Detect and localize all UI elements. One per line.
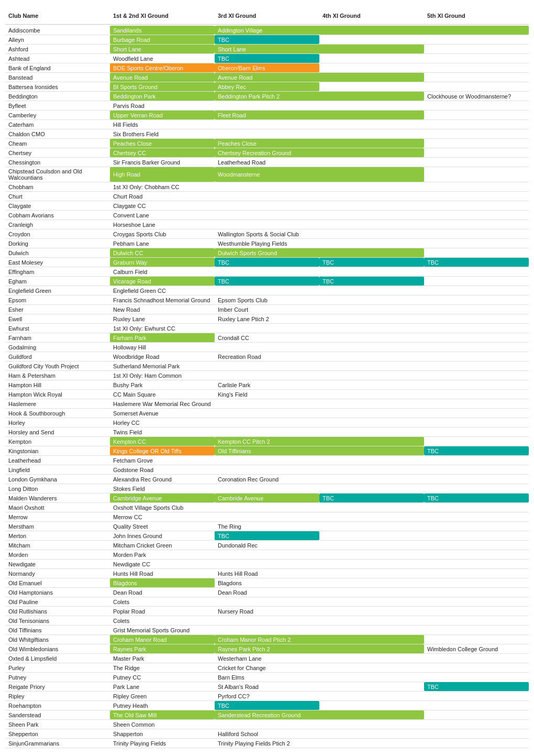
ground-1-cell: Croham Manor Road bbox=[110, 635, 215, 644]
ground-2-cell: TBC bbox=[215, 54, 319, 63]
club-name-cell: Horley bbox=[5, 418, 110, 427]
table-row: Guildford City Youth ProjectSutherland M… bbox=[5, 361, 529, 371]
ground-1-cell: CC Main Square bbox=[110, 390, 215, 399]
ground-1-cell: Newdigate CC bbox=[110, 560, 215, 568]
table-row: BeddingtonBeddington ParkBeddington Park… bbox=[5, 92, 529, 101]
table-row: HorleyHorley CC bbox=[5, 418, 529, 428]
table-row: HaslemereHaslemere War Memorial Rec Grou… bbox=[5, 399, 529, 409]
club-name-cell: Leatherhead bbox=[5, 456, 110, 465]
club-name-cell: London Gymkhana bbox=[5, 475, 110, 484]
ground-1-cell: Burbage Road bbox=[110, 35, 215, 44]
table-row: Hampton Wick RoyalCC Main SquareKing's F… bbox=[5, 390, 529, 399]
club-name-cell: Esher bbox=[5, 305, 110, 314]
table-row: CaterhamHill Fields bbox=[5, 120, 529, 129]
table-row: Chipstead Coulsdon and Old WalcountiansH… bbox=[5, 167, 529, 182]
table-row: AshfordShort LaneShort Lane bbox=[5, 45, 529, 54]
table-row: CranleighHorseshoe Lane bbox=[5, 220, 529, 229]
ground-1-cell: Master Park bbox=[110, 654, 215, 663]
ground-2-cell: Epsom Sports Club bbox=[215, 295, 319, 304]
ground-1-cell: Twins Field bbox=[110, 428, 215, 436]
ground-2-cell: Trinity Playing Fields Ptich 2 bbox=[215, 739, 424, 748]
ground-1-cell: Godstone Road bbox=[110, 465, 215, 474]
ground-1-cell: Englefield Green CC bbox=[110, 286, 215, 295]
table-row: Old PaulineColets bbox=[5, 597, 529, 607]
club-name-cell: Cheam bbox=[5, 139, 110, 148]
club-name-cell: Old Wimbledonians bbox=[5, 644, 110, 653]
ground-1-cell: Churt Road bbox=[110, 192, 215, 201]
club-name-cell: Guildford City Youth Project bbox=[5, 361, 110, 370]
club-name-cell: Old Hamptonians bbox=[5, 588, 110, 597]
table-row: Sheen ParkSheen Common bbox=[5, 720, 529, 729]
ground-1-cell: Sandilands bbox=[110, 26, 215, 35]
club-name-cell: Haslemere bbox=[5, 399, 110, 408]
table-row: Old RutlishiansPoplar RoadNursery Road bbox=[5, 607, 529, 616]
club-name-cell: Lingfield bbox=[5, 465, 110, 474]
ground-2-cell: Raynes Park Pitch 2 bbox=[215, 644, 424, 653]
club-name-cell: Farnham bbox=[5, 333, 110, 342]
club-name-cell: Banstead bbox=[5, 73, 110, 82]
ground-2-cell: Carlisle Park bbox=[215, 380, 424, 389]
ground-1-cell: Colets bbox=[110, 616, 215, 625]
ground-2-cell: Dundonald Rec bbox=[215, 541, 319, 550]
club-name-cell: Old Rutlishians bbox=[5, 607, 110, 616]
ground-1-cell: Putney Heath bbox=[110, 701, 215, 710]
ground-1-cell: Cambridge Avenue bbox=[110, 494, 215, 502]
ground-1-cell: Grist Memorial Sports Ground bbox=[110, 626, 215, 634]
table-row: SandersteadThe Old Saw MillSanderstead R… bbox=[5, 710, 529, 720]
ground-1-cell: Poplar Road bbox=[110, 607, 215, 616]
table-body: AddiscombeSandilandsAddington VillageAll… bbox=[5, 26, 529, 748]
table-row: KingstonianKings College OR Old TiffsOld… bbox=[5, 446, 529, 456]
club-name-cell: Old Emanuel bbox=[5, 578, 110, 587]
club-name-cell: Hook & Southborough bbox=[5, 409, 110, 418]
ground-5-cell: Clockhouse or Woodmansterne? bbox=[424, 92, 529, 101]
table-row: MertonJohn Innes GroundTBC bbox=[5, 531, 529, 541]
club-name-cell: Guildford bbox=[5, 352, 110, 361]
ground-2-cell: Abbey Rec bbox=[215, 82, 319, 91]
col-head-g4: 5th XI Ground bbox=[424, 10, 529, 21]
club-name-cell: Chertsey bbox=[5, 148, 110, 157]
ground-1-cell: Park Lane bbox=[110, 682, 215, 691]
ground-1-cell: Woodbridge Road bbox=[110, 352, 215, 361]
ground-1-cell: Croygas Sports Club bbox=[110, 229, 215, 238]
ground-2-cell: TBC bbox=[215, 258, 319, 267]
club-name-cell: Sheen Park bbox=[5, 720, 110, 729]
club-name-cell: Chipstead Coulsdon and Old Walcountians bbox=[5, 167, 110, 182]
club-name-cell: Godalming bbox=[5, 343, 110, 352]
table-row: Battersea IronsidesBI Sports GroundAbbey… bbox=[5, 82, 529, 92]
ground-2-cell: Cambride Avenue bbox=[215, 494, 319, 502]
table-row: MordenMorden Park bbox=[5, 550, 529, 560]
table-row: EffinghamCalburn Field bbox=[5, 267, 529, 277]
ground-1-cell: Raynes Park bbox=[110, 644, 215, 653]
ground-2-cell: Nursery Road bbox=[215, 607, 424, 616]
club-name-cell: Purley bbox=[5, 663, 110, 672]
ground-2-cell: Halliford School bbox=[215, 729, 319, 738]
club-name-cell: Oxted & Limpsfield bbox=[5, 654, 110, 663]
ground-1-cell: Holloway Hill bbox=[110, 343, 215, 352]
table-row: DulwichDulwich CCDulwich Sports Ground bbox=[5, 248, 529, 258]
table-row: EsherNew RoadImber Court bbox=[5, 305, 529, 314]
table-row: Chaldon CMOSix Brothers Field bbox=[5, 129, 529, 139]
ground-1-cell: Horseshoe Lane bbox=[110, 220, 215, 229]
ground-2-cell: TBC bbox=[215, 277, 319, 286]
col-head-club: Club Name bbox=[5, 10, 110, 21]
ground-2-cell: Oberon/Barn Elms bbox=[215, 63, 319, 72]
table-row: ClaygateClaygate CC bbox=[5, 201, 529, 211]
ground-1-cell: 1st XI Only: Ewhurst CC bbox=[110, 324, 215, 333]
table-row: EpsomFrancis Schnadhost Memorial GroundE… bbox=[5, 295, 529, 305]
ground-1-cell: Kempton CC bbox=[110, 437, 215, 446]
ground-2-cell: Kempton CC Pitch 2 bbox=[215, 437, 424, 446]
ground-2-cell: Pyrford CC? bbox=[215, 692, 319, 700]
club-name-cell: Ashford bbox=[5, 45, 110, 53]
club-name-cell: Battersea Ironsides bbox=[5, 82, 110, 91]
ground-1-cell: Sir Francis Barker Ground bbox=[110, 158, 215, 167]
ground-2-cell: Avenue Road bbox=[215, 73, 424, 82]
table-row: ChertseyChertsey CCChertsey Recreation G… bbox=[5, 148, 529, 158]
ground-1-cell: BI Sports Ground bbox=[110, 82, 215, 91]
club-name-cell: Beddington bbox=[5, 92, 110, 101]
table-row: Old WhitgiftiansCroham Manor RoadCroham … bbox=[5, 635, 529, 644]
club-name-cell: Camberley bbox=[5, 111, 110, 119]
ground-2-cell: Wallington Sports & Social Club bbox=[215, 229, 319, 238]
table-row: NormandyHunts Hill RoadHunts Hill Road bbox=[5, 569, 529, 578]
ground-1-cell: Stokes Field bbox=[110, 484, 215, 493]
ground-2-cell: Coronation Rec Ground bbox=[215, 475, 319, 484]
